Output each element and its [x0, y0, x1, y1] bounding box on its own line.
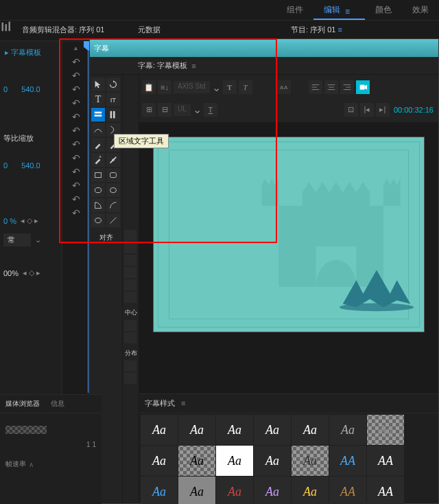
- style-tile[interactable]: Aa: [216, 477, 253, 504]
- weight-dropdown[interactable]: UL: [174, 104, 191, 116]
- mixer-icon[interactable]: [0, 21, 14, 33]
- arc-tool[interactable]: [106, 198, 120, 212]
- canvas-timecode[interactable]: 00:00:32:16: [392, 104, 436, 116]
- percent-2[interactable]: 00%: [3, 269, 19, 277]
- tab-component[interactable]: 组件: [276, 0, 313, 20]
- selection-tool[interactable]: [91, 78, 105, 91]
- align-center-h[interactable]: [124, 242, 137, 253]
- convert-anchor-tool[interactable]: [106, 153, 120, 167]
- align-center-icon[interactable]: [324, 80, 338, 94]
- style-tile[interactable]: Aa: [178, 415, 215, 445]
- style-tile[interactable]: Aa: [329, 415, 366, 445]
- val-3[interactable]: 0: [3, 161, 8, 170]
- style-tile[interactable]: AA: [367, 446, 404, 476]
- distribute-1[interactable]: [124, 360, 137, 371]
- kerning-icon[interactable]: AA: [277, 80, 291, 94]
- italic-icon[interactable]: T: [239, 80, 252, 94]
- align-middle[interactable]: [124, 279, 137, 290]
- style-tile[interactable]: Aa: [254, 446, 291, 476]
- style-tile[interactable]: Aa: [292, 477, 329, 504]
- roll-icon[interactable]: ≡↓: [158, 80, 171, 94]
- rectangle-tool[interactable]: [91, 168, 105, 182]
- ellipse-tool[interactable]: [91, 214, 105, 227]
- center-v[interactable]: [124, 332, 137, 343]
- style-tile[interactable]: Aa: [141, 415, 178, 445]
- thumbnail[interactable]: [5, 426, 47, 434]
- add-anchor-tool[interactable]: +: [91, 153, 105, 167]
- align-left-icon[interactable]: [309, 80, 322, 94]
- wedge-tool[interactable]: [91, 198, 105, 212]
- tab-effect[interactable]: 效果: [402, 0, 439, 20]
- undo-icon[interactable]: ↶: [62, 110, 89, 124]
- style-tile[interactable]: Aa: [141, 446, 178, 476]
- metadata-label[interactable]: 元数据: [130, 21, 169, 41]
- undo-icon[interactable]: ↶: [62, 206, 89, 220]
- style-tile[interactable]: Aa: [178, 446, 215, 476]
- media-browser-tab[interactable]: 媒体浏览器: [0, 395, 45, 413]
- line-tool[interactable]: [106, 214, 120, 227]
- tab-edit[interactable]: 编辑: [313, 0, 365, 20]
- undo-icon[interactable]: ↶: [62, 69, 89, 82]
- undo-icon[interactable]: ↶: [62, 179, 89, 192]
- style-tile[interactable]: Aa: [367, 415, 404, 445]
- align-bottom[interactable]: [124, 292, 137, 303]
- style-tile[interactable]: Aa: [254, 477, 291, 504]
- prev-frame-icon[interactable]: |◂: [360, 103, 374, 117]
- center-h[interactable]: [124, 320, 137, 331]
- undo-icon[interactable]: ↶: [62, 96, 89, 110]
- style-tile[interactable]: Aa: [178, 477, 215, 504]
- bold-icon[interactable]: T: [223, 80, 237, 94]
- style-tile[interactable]: AA: [329, 446, 366, 476]
- style-tile[interactable]: Aa: [141, 477, 178, 504]
- undo-icon[interactable]: ↶: [62, 151, 89, 165]
- undo-icon[interactable]: ↶: [62, 82, 89, 96]
- tab2-icon[interactable]: ⊟: [158, 103, 171, 117]
- next-frame-icon[interactable]: ▸|: [376, 103, 390, 117]
- style-tile[interactable]: Aa: [216, 446, 253, 476]
- audio-mixer-label[interactable]: 音频剪辑混合器: 序列 01: [14, 21, 112, 41]
- style-tile[interactable]: AA: [329, 477, 366, 504]
- tab-color[interactable]: 颜色: [365, 0, 402, 20]
- align-right-icon[interactable]: [340, 80, 354, 94]
- font-dropdown[interactable]: AXIS Std: [174, 81, 210, 93]
- style-tile[interactable]: Aa: [292, 446, 329, 476]
- area-text-tool[interactable]: [91, 108, 105, 122]
- undo-icon[interactable]: ↶: [62, 137, 89, 151]
- val-1[interactable]: 0: [3, 85, 8, 93]
- underline-icon[interactable]: T: [204, 103, 217, 117]
- pen-tool[interactable]: [91, 138, 105, 152]
- vertical-text-tool[interactable]: IT: [106, 93, 120, 106]
- rounded-rect2-tool[interactable]: [106, 183, 120, 197]
- undo-icon[interactable]: ↶: [62, 124, 89, 137]
- undo-icon[interactable]: ↶: [62, 165, 89, 179]
- percent-1[interactable]: 0 %: [3, 217, 16, 225]
- title-canvas[interactable]: [153, 137, 425, 332]
- text-tool[interactable]: T: [91, 93, 105, 106]
- template-title[interactable]: ▸ 字幕模板: [3, 45, 58, 60]
- align-top[interactable]: [124, 267, 137, 278]
- show-video-icon[interactable]: [356, 80, 370, 94]
- align-right[interactable]: [124, 255, 137, 266]
- style-tile[interactable]: Aa: [216, 415, 253, 445]
- align-left[interactable]: [124, 230, 137, 241]
- style-tile[interactable]: AA: [367, 477, 404, 504]
- vertical-area-text-tool[interactable]: [106, 108, 120, 122]
- distribute-2[interactable]: [124, 373, 137, 384]
- path-text-tool[interactable]: [91, 123, 105, 137]
- template-icon[interactable]: 📋: [142, 80, 156, 94]
- rounded-rect-tool[interactable]: [106, 168, 120, 182]
- tab-icon[interactable]: ⊞: [142, 103, 156, 117]
- info-tab[interactable]: 信息: [45, 395, 70, 413]
- val-4[interactable]: 540.0: [21, 161, 40, 170]
- undo-icon[interactable]: ↶: [62, 192, 89, 206]
- undo-icon[interactable]: ↶: [62, 55, 89, 69]
- canvas-viewport[interactable]: [139, 123, 438, 393]
- safe-margin-icon[interactable]: ⊡: [344, 103, 358, 117]
- title-window-tab[interactable]: 字幕: [90, 39, 438, 57]
- blend-dropdown[interactable]: 常: [3, 233, 31, 247]
- style-tile[interactable]: Aa: [292, 415, 329, 445]
- style-tile[interactable]: Aa: [254, 415, 291, 445]
- val-2[interactable]: 540.0: [21, 85, 40, 93]
- program-label[interactable]: 节目: 序列 01: [291, 25, 335, 34]
- rotate-tool[interactable]: [106, 78, 120, 91]
